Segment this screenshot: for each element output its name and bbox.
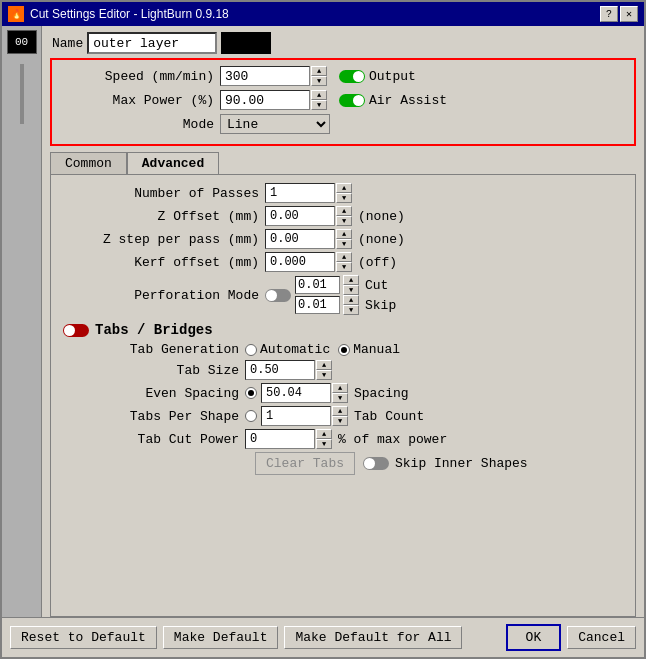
output-label: Output [369, 69, 416, 84]
spacing-radio[interactable] [245, 387, 257, 399]
reset-default-button[interactable]: Reset to Default [10, 626, 157, 649]
num-passes-spinner[interactable]: ▲ ▼ [336, 183, 352, 203]
kerf-spinner[interactable]: ▲ ▼ [336, 252, 352, 272]
close-button[interactable]: ✕ [620, 6, 638, 22]
ok-button[interactable]: OK [506, 624, 562, 651]
max-power-row: Max Power (%) ▲ ▼ Air Assist [60, 90, 626, 110]
output-toggle-pill[interactable] [339, 70, 365, 83]
tab-gen-radio-group: Automatic Manual [245, 342, 400, 357]
z-step-input[interactable] [265, 229, 335, 249]
tabs-row: Common Advanced [50, 152, 636, 174]
tabs-per-shape-radio-circle[interactable] [245, 410, 257, 422]
speed-spinner[interactable]: ▲ ▼ [311, 66, 327, 86]
make-default-all-button[interactable]: Make Default for All [284, 626, 462, 649]
num-passes-down[interactable]: ▼ [336, 193, 352, 203]
even-spacing-input[interactable] [261, 383, 331, 403]
tabs-per-shape-label: Tabs Per Shape [55, 409, 245, 424]
air-assist-toggle[interactable]: Air Assist [339, 93, 447, 108]
skip-inner-toggle[interactable] [363, 457, 389, 470]
z-offset-up[interactable]: ▲ [336, 206, 352, 216]
max-power-spinner[interactable]: ▲ ▼ [311, 90, 327, 110]
tab-size-label: Tab Size [55, 363, 245, 378]
perf-cut-down[interactable]: ▼ [343, 285, 359, 295]
tabs-per-shape-up[interactable]: ▲ [332, 406, 348, 416]
tab-common[interactable]: Common [50, 152, 127, 174]
make-default-button[interactable]: Make Default [163, 626, 279, 649]
tab-cut-power-label: Tab Cut Power [55, 432, 245, 447]
tab-cut-power-down[interactable]: ▼ [316, 439, 332, 449]
kerf-input[interactable] [265, 252, 335, 272]
tab-count-suffix: Tab Count [354, 409, 424, 424]
z-offset-spinner[interactable]: ▲ ▼ [336, 206, 352, 226]
z-offset-down[interactable]: ▼ [336, 216, 352, 226]
even-spacing-down[interactable]: ▼ [332, 393, 348, 403]
z-step-spinner[interactable]: ▲ ▼ [336, 229, 352, 249]
perf-cut-spinner[interactable]: ▲ ▼ [343, 275, 359, 295]
perf-skip-down[interactable]: ▼ [343, 305, 359, 315]
title-buttons: ? ✕ [600, 6, 638, 22]
manual-radio-circle[interactable] [338, 344, 350, 356]
tab-cut-power-input[interactable] [245, 429, 315, 449]
tab-generation-row: Tab Generation Automatic Manual [55, 342, 631, 357]
help-button[interactable]: ? [600, 6, 618, 22]
perf-skip-input[interactable] [295, 296, 340, 314]
z-step-down[interactable]: ▼ [336, 239, 352, 249]
perf-cut-up[interactable]: ▲ [343, 275, 359, 285]
speed-up-btn[interactable]: ▲ [311, 66, 327, 76]
mode-label: Mode [60, 117, 220, 132]
mode-select[interactable]: Line [220, 114, 330, 134]
max-power-input[interactable] [220, 90, 310, 110]
name-input[interactable] [87, 32, 217, 54]
air-assist-toggle-pill[interactable] [339, 94, 365, 107]
left-sidebar: 00 [2, 26, 42, 617]
decoration-line [20, 64, 24, 124]
perf-skip-up[interactable]: ▲ [343, 295, 359, 305]
clear-tabs-row: Clear Tabs Skip Inner Shapes [55, 452, 631, 475]
tabs-bridges-toggle[interactable] [63, 324, 89, 337]
tabs-per-shape-down[interactable]: ▼ [332, 416, 348, 426]
tabs-per-shape-radio[interactable] [245, 410, 257, 422]
even-spacing-spinner[interactable]: ▲ ▼ [332, 383, 348, 403]
left-decorations [20, 64, 24, 124]
even-spacing-up[interactable]: ▲ [332, 383, 348, 393]
tabs-per-shape-input[interactable] [261, 406, 331, 426]
max-power-up-btn[interactable]: ▲ [311, 90, 327, 100]
window: 🔥 Cut Settings Editor - LightBurn 0.9.18… [0, 0, 646, 659]
speed-input[interactable] [220, 66, 310, 86]
mode-row: Mode Line [60, 114, 626, 134]
tab-cut-power-spinner[interactable]: ▲ ▼ [316, 429, 332, 449]
tab-cut-power-up[interactable]: ▲ [316, 429, 332, 439]
kerf-up[interactable]: ▲ [336, 252, 352, 262]
z-offset-suffix: (none) [358, 209, 405, 224]
z-offset-input[interactable] [265, 206, 335, 226]
spacing-radio-circle[interactable] [245, 387, 257, 399]
tab-advanced[interactable]: Advanced [127, 152, 219, 174]
cancel-button[interactable]: Cancel [567, 626, 636, 649]
z-step-up[interactable]: ▲ [336, 229, 352, 239]
z-step-suffix: (none) [358, 232, 405, 247]
perf-cut-input[interactable] [295, 276, 340, 294]
tab-size-spinner[interactable]: ▲ ▼ [316, 360, 332, 380]
auto-radio-circle[interactable] [245, 344, 257, 356]
manual-radio[interactable]: Manual [338, 342, 400, 357]
tab-size-down[interactable]: ▼ [316, 370, 332, 380]
kerf-down[interactable]: ▼ [336, 262, 352, 272]
auto-radio[interactable]: Automatic [245, 342, 330, 357]
tab-size-up[interactable]: ▲ [316, 360, 332, 370]
title-bar-left: 🔥 Cut Settings Editor - LightBurn 0.9.18 [8, 6, 229, 22]
num-passes-input[interactable] [265, 183, 335, 203]
settings-box: Speed (mm/min) ▲ ▼ Output Max Power (%) [50, 58, 636, 146]
perforation-label: Perforation Mode [55, 288, 265, 303]
perf-skip-spinner[interactable]: ▲ ▼ [343, 295, 359, 315]
even-spacing-label: Even Spacing [55, 386, 245, 401]
num-passes-up[interactable]: ▲ [336, 183, 352, 193]
output-toggle[interactable]: Output [339, 69, 416, 84]
tabs-per-shape-spinner[interactable]: ▲ ▼ [332, 406, 348, 426]
z-step-row: Z step per pass (mm) ▲ ▼ (none) [55, 229, 631, 249]
max-power-down-btn[interactable]: ▼ [311, 100, 327, 110]
tab-size-input[interactable] [245, 360, 315, 380]
num-passes-label: Number of Passes [55, 186, 265, 201]
perforation-toggle[interactable] [265, 289, 291, 302]
speed-down-btn[interactable]: ▼ [311, 76, 327, 86]
auto-label: Automatic [260, 342, 330, 357]
